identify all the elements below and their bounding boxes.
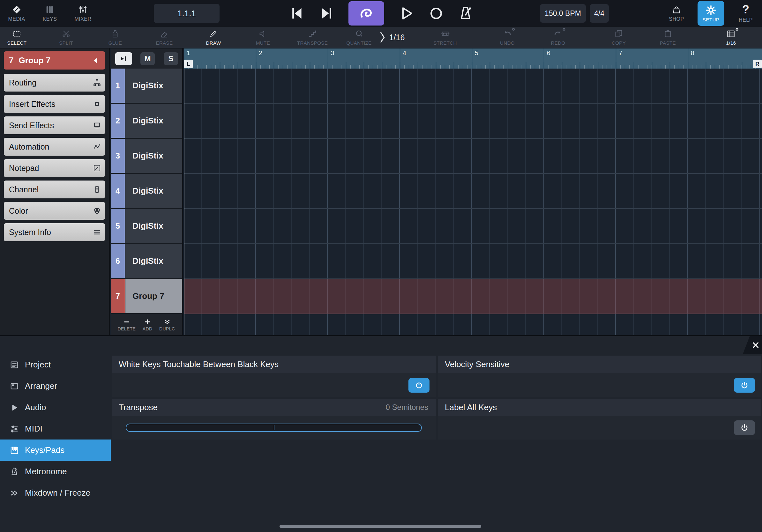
quantize-tool[interactable]: QUANTIZE xyxy=(346,27,371,48)
draw-tool[interactable]: DRAW xyxy=(206,27,221,48)
mute-all-button[interactable]: M xyxy=(140,52,155,65)
back-arrow-icon[interactable] xyxy=(92,56,100,65)
metronome-button[interactable] xyxy=(458,5,474,21)
skip-forward-button[interactable] xyxy=(319,5,335,22)
transpose-setting: Transpose 0 Semitones xyxy=(112,399,436,439)
menu-item-metronome[interactable]: Metronome xyxy=(0,461,111,482)
transpose-tool[interactable]: TRANSPOSE xyxy=(297,27,328,48)
menu-item-project[interactable]: Project xyxy=(0,354,111,375)
inspector-item-insert-effects[interactable]: Insert Effects xyxy=(4,95,105,113)
stretch-tool[interactable]: STRETCH xyxy=(433,27,457,48)
transpose-header: Transpose 0 Semitones xyxy=(112,399,436,416)
track-number: 7 xyxy=(111,279,125,313)
menu-item-mixdown-freeze[interactable]: Mixdown / Freeze xyxy=(0,482,111,503)
menu-item-audio[interactable]: Audio xyxy=(0,397,111,418)
transpose-slider[interactable] xyxy=(126,424,422,432)
inspector-item-routing[interactable]: Routing xyxy=(4,74,105,92)
media-button[interactable]: MEDIA xyxy=(0,0,33,27)
track-row[interactable]: 2 DigiStix xyxy=(111,104,182,139)
setup-label: SETUP xyxy=(703,17,720,22)
solo-all-button[interactable]: S xyxy=(164,52,178,65)
play-button[interactable] xyxy=(398,5,415,22)
inspector-item-notepad[interactable]: Notepad xyxy=(4,159,105,177)
track-number: 4 xyxy=(111,174,125,208)
bar-number: 5 xyxy=(472,48,544,69)
menu-item-arranger[interactable]: Arranger xyxy=(0,375,111,397)
menu-item-midi[interactable]: MIDI xyxy=(0,418,111,439)
shop-button[interactable]: SHOP xyxy=(660,0,692,27)
inspector-item-send-effects[interactable]: Send Effects xyxy=(4,116,105,134)
glue-tool[interactable]: GLUE xyxy=(109,27,122,48)
skip-back-button[interactable] xyxy=(288,5,305,22)
redo-icon xyxy=(553,29,563,38)
time-signature-display[interactable]: 4/4 xyxy=(590,4,609,23)
mute-tool[interactable]: MUTE xyxy=(256,27,270,48)
grid-snap-tool[interactable]: 1/16 xyxy=(726,27,736,48)
left-locator[interactable]: L xyxy=(184,60,193,68)
track-name: DigiStix xyxy=(125,209,182,243)
inspector-item-system-info[interactable]: System Info xyxy=(4,223,105,241)
close-panel-button[interactable] xyxy=(743,336,762,354)
timeline-ruler[interactable]: 1 2 3 4 5 6 7 8 L R xyxy=(184,48,762,69)
bar-number: 6 xyxy=(544,48,616,69)
redo-button[interactable]: REDO xyxy=(551,27,566,48)
inspector-track-header[interactable]: 7 Group 7 xyxy=(4,51,105,70)
power-icon xyxy=(415,381,423,389)
cycle-button[interactable] xyxy=(348,1,384,26)
track-row[interactable]: 3 DigiStix xyxy=(111,139,182,174)
label-all-keys-toggle[interactable] xyxy=(734,420,755,435)
white-keys-toggle[interactable] xyxy=(409,378,429,393)
stretch-icon xyxy=(440,29,450,38)
undo-badge xyxy=(512,28,515,31)
undo-icon xyxy=(502,29,512,38)
track-row-selected[interactable]: 7 Group 7 xyxy=(111,279,182,314)
undo-button[interactable]: UNDO xyxy=(500,27,515,48)
select-icon xyxy=(12,29,22,38)
inspector-item-color[interactable]: Color xyxy=(4,202,105,220)
auto-scroll-button[interactable] xyxy=(115,52,132,65)
top-bar: MEDIA KEYS MIXER 1.1.1 xyxy=(0,0,762,27)
help-icon: ? xyxy=(742,4,749,15)
right-locator[interactable]: R xyxy=(753,60,762,68)
track-row[interactable]: 5 DigiStix xyxy=(111,209,182,244)
track-name: Group 7 xyxy=(125,279,182,313)
split-tool[interactable]: SPLIT xyxy=(59,27,73,48)
tempo-display[interactable]: 150.0 BPM xyxy=(540,4,586,23)
playhead[interactable] xyxy=(184,69,185,335)
menu-item-keys-pads[interactable]: Keys/Pads xyxy=(0,439,111,461)
track-row[interactable]: 1 DigiStix xyxy=(111,69,182,104)
speaker-icon xyxy=(258,29,268,38)
timeline[interactable]: 1 2 3 4 5 6 7 8 L R xyxy=(184,48,762,335)
arrange-grid[interactable] xyxy=(184,69,762,335)
track-row[interactable]: 4 DigiStix xyxy=(111,174,182,209)
split-icon xyxy=(61,29,71,38)
add-track-button[interactable]: ADD xyxy=(143,318,153,331)
steps-icon xyxy=(308,29,317,38)
track-name: DigiStix xyxy=(125,174,182,208)
inspector-item-channel[interactable]: Channel xyxy=(4,180,105,198)
inspector-track-number: 7 xyxy=(9,55,13,65)
record-button[interactable] xyxy=(428,5,444,21)
transpose-title: Transpose xyxy=(119,403,158,412)
setup-button[interactable]: SETUP xyxy=(698,1,724,26)
panel-scroll-handle[interactable] xyxy=(279,525,481,528)
media-label: MEDIA xyxy=(8,16,25,22)
plus-icon xyxy=(143,318,152,325)
inspector-item-automation[interactable]: Automation xyxy=(4,138,105,156)
track-row[interactable]: 6 DigiStix xyxy=(111,244,182,279)
velocity-toggle[interactable] xyxy=(734,378,755,393)
duplicate-track-button[interactable]: DUPLC xyxy=(159,318,175,331)
copy-button[interactable]: COPY xyxy=(612,27,626,48)
edit-toolbar: SELECT SPLIT GLUE ERASE DRAW MUTE TRANSP… xyxy=(0,27,762,48)
select-tool[interactable]: SELECT xyxy=(7,27,27,48)
keys-button[interactable]: KEYS xyxy=(33,0,66,27)
track-name: DigiStix xyxy=(125,139,182,173)
position-display[interactable]: 1.1.1 xyxy=(154,4,219,23)
mixer-button[interactable]: MIXER xyxy=(66,0,100,27)
delete-track-button[interactable]: DELETE xyxy=(117,318,136,331)
erase-tool[interactable]: ERASE xyxy=(156,27,173,48)
paste-button[interactable]: PASTE xyxy=(660,27,676,48)
help-button[interactable]: ? HELP xyxy=(731,0,760,27)
notepad-icon xyxy=(93,164,101,172)
quantize-value[interactable]: 1/16 xyxy=(379,27,405,48)
